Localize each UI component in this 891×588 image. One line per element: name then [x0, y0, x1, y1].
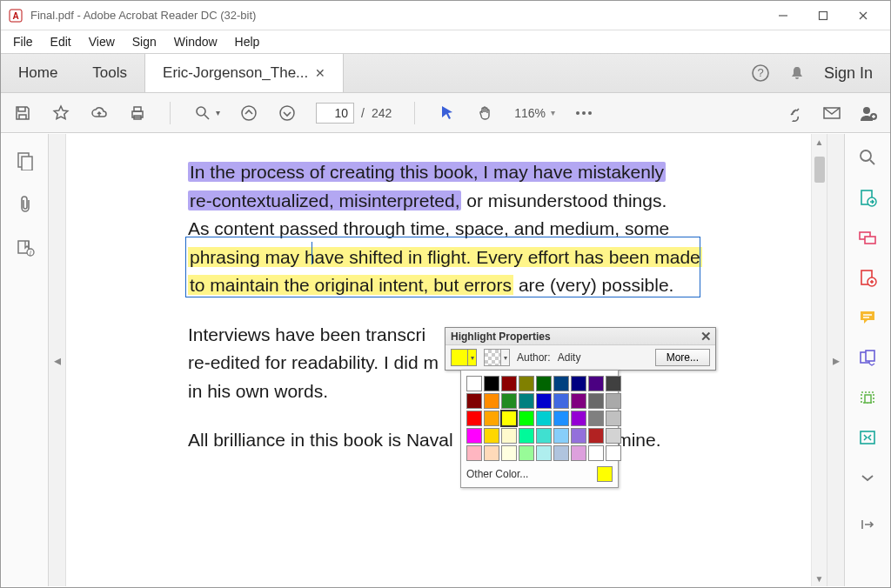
close-button[interactable]: [843, 3, 883, 29]
color-swatch[interactable]: [606, 411, 621, 426]
select-tool-icon[interactable]: [438, 104, 457, 123]
color-swatch[interactable]: [501, 411, 517, 426]
color-swatch[interactable]: [606, 445, 621, 461]
color-swatch[interactable]: [536, 411, 552, 426]
color-swatch[interactable]: [606, 428, 621, 444]
page-number-input[interactable]: [316, 103, 354, 124]
color-swatch[interactable]: [588, 445, 604, 461]
color-swatch[interactable]: [466, 376, 482, 391]
highlight-properties-close-icon[interactable]: ✕: [700, 329, 712, 344]
color-swatch[interactable]: [501, 428, 517, 444]
color-swatch[interactable]: [588, 411, 604, 426]
more-button[interactable]: More...: [655, 349, 710, 366]
sign-in-link[interactable]: Sign In: [824, 64, 873, 83]
tab-document[interactable]: Eric-Jorgenson_The... ✕: [144, 54, 344, 92]
menu-window[interactable]: Window: [165, 32, 226, 51]
color-swatch[interactable]: [519, 411, 534, 426]
thumbnails-icon[interactable]: [16, 151, 35, 170]
color-swatch[interactable]: [484, 445, 499, 461]
menu-edit[interactable]: Edit: [42, 32, 80, 51]
organize-icon[interactable]: [858, 388, 877, 407]
bell-icon[interactable]: [787, 63, 807, 83]
email-icon[interactable]: [822, 104, 841, 123]
menu-sign[interactable]: Sign: [124, 32, 165, 51]
color-swatch[interactable]: [501, 376, 517, 391]
combine-icon[interactable]: [858, 348, 877, 367]
color-swatch[interactable]: [536, 428, 552, 444]
search-tool-icon[interactable]: [858, 148, 877, 167]
color-swatch[interactable]: [553, 411, 569, 426]
expand-tools-icon[interactable]: [858, 468, 877, 487]
bookmarks-icon[interactable]: i: [16, 238, 35, 257]
tab-home[interactable]: Home: [1, 54, 75, 92]
color-swatch[interactable]: [519, 393, 534, 409]
create-pdf-icon[interactable]: [858, 268, 877, 287]
color-swatch[interactable]: [466, 428, 482, 444]
color-swatch[interactable]: [466, 445, 482, 461]
tab-tools[interactable]: Tools: [75, 54, 144, 92]
color-swatch[interactable]: [553, 445, 569, 461]
scroll-up-icon[interactable]: ▲: [812, 134, 827, 150]
zoom-dropdown-icon[interactable]: ▾: [551, 108, 555, 117]
page-up-icon[interactable]: [239, 104, 258, 123]
tab-close-icon[interactable]: ✕: [315, 66, 325, 80]
color-swatch[interactable]: [553, 376, 569, 391]
save-icon[interactable]: [13, 104, 32, 123]
print-icon[interactable]: [128, 104, 147, 123]
chevron-down-icon[interactable]: ▾: [467, 350, 476, 365]
add-person-icon[interactable]: [859, 104, 878, 123]
comment-icon[interactable]: [858, 308, 877, 327]
minimize-button[interactable]: [763, 3, 803, 29]
find-icon[interactable]: [193, 104, 212, 123]
color-swatch[interactable]: [606, 376, 621, 391]
color-swatch[interactable]: [606, 393, 621, 409]
color-swatch[interactable]: [571, 376, 586, 391]
vertical-scrollbar[interactable]: ▲ ▼: [811, 134, 827, 586]
color-swatch[interactable]: [484, 411, 499, 426]
left-pane-toggle[interactable]: ◂: [49, 134, 66, 586]
highlight-properties-titlebar[interactable]: Highlight Properties ✕: [446, 328, 715, 345]
menu-view[interactable]: View: [80, 32, 124, 51]
scroll-down-icon[interactable]: ▼: [812, 571, 827, 586]
cloud-upload-icon[interactable]: [90, 104, 109, 123]
edit-pdf-icon[interactable]: [858, 228, 877, 247]
menu-help[interactable]: Help: [226, 32, 269, 51]
color-swatch[interactable]: [536, 445, 552, 461]
attachments-icon[interactable]: [16, 195, 35, 214]
highlight-purple[interactable]: In the process of creating this book, I …: [188, 162, 666, 182]
color-swatch[interactable]: [484, 428, 499, 444]
color-swatch[interactable]: [484, 393, 499, 409]
other-color-link[interactable]: Other Color...: [466, 468, 528, 480]
compress-icon[interactable]: [858, 428, 877, 447]
color-swatch[interactable]: [466, 411, 482, 426]
color-swatch[interactable]: [519, 445, 534, 461]
highlight-yellow[interactable]: to maintain the original intent, but err…: [188, 275, 513, 295]
color-swatch-button[interactable]: ▾: [451, 349, 477, 366]
maximize-button[interactable]: [803, 3, 843, 29]
recent-color-swatch[interactable]: [597, 466, 613, 482]
share-link-icon[interactable]: [786, 104, 805, 123]
color-swatch[interactable]: [519, 376, 534, 391]
chevron-down-icon[interactable]: ▾: [500, 350, 509, 365]
right-pane-toggle[interactable]: ▸: [827, 134, 844, 586]
more-tools-icon[interactable]: [574, 104, 593, 123]
color-swatch[interactable]: [588, 393, 604, 409]
collapse-rail-icon[interactable]: [858, 515, 877, 534]
hand-tool-icon[interactable]: [476, 104, 495, 123]
help-icon[interactable]: ?: [751, 63, 770, 83]
color-swatch[interactable]: [553, 428, 569, 444]
color-swatch[interactable]: [571, 393, 586, 409]
color-swatch[interactable]: [519, 428, 534, 444]
highlight-properties-toolbar[interactable]: Highlight Properties ✕ ▾ ▾ Author: Adity…: [445, 327, 716, 371]
scroll-thumb[interactable]: [814, 157, 825, 183]
color-swatch[interactable]: [571, 428, 586, 444]
menu-file[interactable]: File: [4, 32, 42, 51]
color-swatch[interactable]: [571, 411, 586, 426]
color-swatch[interactable]: [536, 393, 552, 409]
color-swatch[interactable]: [571, 445, 586, 461]
color-swatch[interactable]: [484, 376, 499, 391]
color-swatch[interactable]: [536, 376, 552, 391]
find-dropdown-icon[interactable]: ▾: [216, 108, 220, 117]
color-swatch[interactable]: [553, 393, 569, 409]
color-swatch[interactable]: [588, 428, 604, 444]
